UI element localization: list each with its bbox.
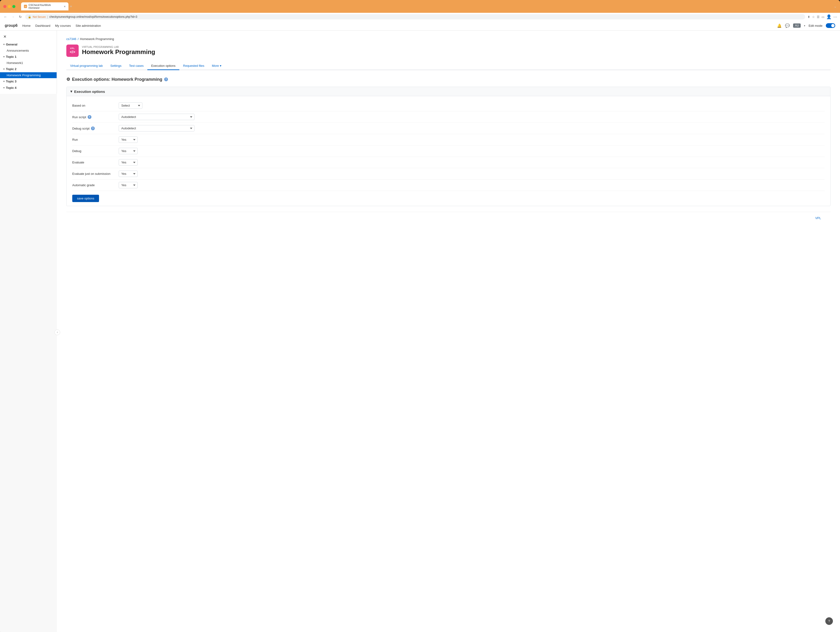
sidebar-section-general: ▾ General Announcements	[0, 41, 57, 54]
bookmark-icon[interactable]: ☆	[812, 15, 815, 19]
tab-close-icon[interactable]: ✕	[64, 5, 66, 8]
label-run: Run	[72, 136, 115, 141]
sidebar-section-title-general: General	[6, 43, 17, 46]
chevron-down-icon: ▾	[3, 87, 5, 89]
execution-options-form: ▾ Execution options Based on Select	[66, 87, 831, 206]
user-chevron-icon[interactable]: ▾	[804, 24, 805, 27]
page-footer: VPL	[66, 212, 831, 224]
label-based-on: Based on	[72, 102, 115, 107]
nav-home[interactable]: Home	[22, 24, 30, 27]
active-browser-tab[interactable]: M CSCheckYourWork Homewor ✕	[21, 2, 68, 10]
tab-favicon-icon: M	[24, 5, 27, 8]
sidebar-item-announcements[interactable]: Announcements	[0, 47, 57, 54]
tab-bar: M CSCheckYourWork Homewor ✕ +	[21, 2, 832, 10]
chevron-down-icon: ▾	[3, 68, 5, 70]
edit-mode-label: Edit mode	[808, 24, 823, 27]
help-run-script-icon[interactable]: ?	[88, 115, 92, 119]
select-evaluate[interactable]: Yes No	[119, 159, 137, 166]
sidebar-section-header-topic1[interactable]: ▾ Topic 1	[0, 54, 57, 60]
tab-requested-files[interactable]: Requested files	[179, 62, 208, 70]
edit-mode-toggle[interactable]	[826, 23, 835, 28]
vpl-badge-text: VPL	[69, 47, 75, 50]
vpl-code-symbol: </>	[69, 50, 75, 54]
tab-title: CSCheckYourWork Homewor	[28, 3, 62, 9]
sidebar-section-header-general[interactable]: ▾ General	[0, 41, 57, 47]
tab-execution-options[interactable]: Execution options	[147, 62, 179, 70]
sidebar-toggle-icon[interactable]: ▭	[821, 15, 824, 19]
sidebar-section-header-topic4[interactable]: ▾ Topic 4	[0, 85, 57, 91]
browser-menu-dots[interactable]: ⋯	[834, 15, 837, 19]
address-field[interactable]: 🔒 Not Secure | checkyourworkgroup.online…	[25, 14, 805, 19]
reading-list-icon[interactable]: ☰	[817, 15, 819, 19]
section-heading: ⚙ Execution options: Homework Programmin…	[66, 77, 831, 82]
close-traffic-light[interactable]	[3, 5, 6, 8]
nav-my-courses[interactable]: My courses	[55, 24, 71, 27]
breadcrumb-separator: /	[78, 37, 79, 41]
user-avatar-icon[interactable]: 👤	[826, 14, 832, 19]
browser-titlebar: M CSCheckYourWork Homewor ✕ + ⌄	[0, 0, 840, 13]
chat-icon[interactable]: 💬	[785, 24, 790, 28]
control-evaluate-submission: Yes No	[119, 171, 137, 177]
sidebar-section-title-topic2: Topic 2	[6, 67, 17, 71]
form-row-run-script: Run script ? Autodetect	[72, 111, 824, 123]
control-based-on: Select	[119, 102, 142, 109]
content-area: ✕ ▾ General Announcements	[0, 30, 840, 632]
select-based-on[interactable]: Select	[119, 102, 142, 109]
breadcrumb-course[interactable]: cs7346	[66, 37, 76, 41]
share-icon[interactable]: ⬆	[808, 15, 810, 19]
select-evaluate-submission[interactable]: Yes No	[119, 171, 137, 177]
user-badge[interactable]: AU	[793, 24, 801, 28]
sidebar-wrapper: ✕ ▾ General Announcements	[0, 30, 57, 632]
back-button[interactable]: ←	[3, 14, 8, 19]
control-automatic-grade: Yes No	[119, 182, 137, 188]
browser-more-icon[interactable]: ⌄	[834, 5, 837, 8]
minimize-traffic-light[interactable]	[8, 5, 11, 8]
form-body: Based on Select Run script	[66, 96, 830, 206]
bell-icon[interactable]: 🔔	[777, 24, 782, 28]
sidebar-section-topic3: ▾ Topic 3	[0, 78, 57, 85]
page-help-icon[interactable]: ?	[164, 77, 168, 81]
tab-test-cases[interactable]: Test cases	[125, 62, 147, 70]
vpl-icon: VPL </>	[66, 44, 79, 57]
sidebar-close-button[interactable]: ✕	[0, 33, 57, 41]
nav-site-admin[interactable]: Site administration	[76, 24, 101, 27]
form-row-debug-script: Debug script ? Autodetect	[72, 123, 824, 134]
chevron-down-icon: ▾	[3, 80, 5, 83]
select-debug[interactable]: Yes No	[119, 148, 137, 154]
footer-vpl-link[interactable]: VPL	[815, 216, 821, 220]
select-debug-script[interactable]: Autodetect	[119, 125, 194, 131]
label-evaluate-submission: Evaluate just on submission	[72, 171, 115, 175]
select-run[interactable]: Yes No	[119, 136, 137, 143]
section-title-text: Execution options: Homework Programming	[72, 77, 162, 82]
label-automatic-grade: Automatic grade	[72, 182, 115, 187]
sidebar-section-header-topic2[interactable]: ▾ Topic 2	[0, 66, 57, 72]
tab-settings[interactable]: Settings	[107, 62, 125, 70]
sidebar: ✕ ▾ General Announcements	[0, 30, 57, 94]
reload-button[interactable]: ↻	[18, 14, 23, 19]
control-debug-script: Autodetect	[119, 125, 194, 131]
help-debug-script-icon[interactable]: ?	[91, 126, 95, 130]
top-nav-right: 🔔 💬 AU ▾ Edit mode	[777, 23, 835, 28]
help-float-button[interactable]: ?	[825, 617, 833, 625]
forward-button[interactable]: →	[10, 14, 16, 19]
address-actions: ⬆ ☆ ☰ ▭ 👤 ⋯	[808, 14, 837, 19]
sidebar-item-homework1[interactable]: Homework1	[0, 60, 57, 66]
nav-dashboard[interactable]: Dashboard	[35, 24, 51, 27]
new-tab-button[interactable]: +	[68, 4, 73, 8]
tab-more[interactable]: More ▾	[208, 62, 225, 70]
save-options-button[interactable]: save options	[72, 195, 99, 202]
form-row-based-on: Based on Select	[72, 100, 824, 111]
tab-virtual-programming-lab[interactable]: Virtual programming lab	[66, 62, 107, 70]
sidebar-collapse-button[interactable]: ‹	[54, 330, 60, 335]
page-wrapper: group6 Home Dashboard My courses Site ad…	[0, 21, 840, 632]
select-run-script[interactable]: Autodetect	[119, 114, 194, 120]
form-row-run: Run Yes No	[72, 134, 824, 145]
select-automatic-grade[interactable]: Yes No	[119, 182, 137, 188]
form-section-header[interactable]: ▾ Execution options	[66, 87, 830, 96]
sidebar-section-header-topic3[interactable]: ▾ Topic 3	[0, 78, 57, 85]
maximize-traffic-light[interactable]	[12, 5, 16, 8]
sliders-icon: ⚙	[66, 77, 70, 82]
sidebar-item-homework-programming[interactable]: Homework Programming	[0, 72, 57, 78]
chevron-down-icon: ▾	[3, 43, 5, 46]
label-debug-script: Debug script ?	[72, 125, 115, 130]
